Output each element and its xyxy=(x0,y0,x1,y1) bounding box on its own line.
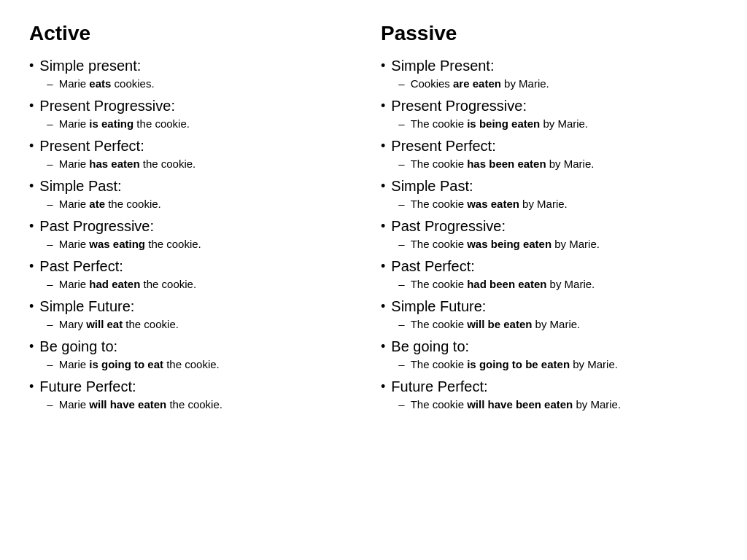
item-example: –Marie ate the cookie. xyxy=(39,196,160,211)
item-label: Be going to: xyxy=(39,336,219,357)
item-example: –Marie was eating the cookie. xyxy=(39,236,201,252)
list-item: •Simple Past:–Marie ate the cookie. xyxy=(29,176,366,211)
bullet-icon: • xyxy=(29,257,34,276)
dash-icon: – xyxy=(398,156,404,171)
item-content: Simple Future:–Mary will eat the cookie. xyxy=(39,296,179,332)
example-text: Marie is eating the cookie. xyxy=(59,116,190,131)
example-text: The cookie is going to be eaten by Marie… xyxy=(411,357,618,372)
bullet-icon: • xyxy=(381,338,385,356)
item-content: Past Progressive:–The cookie was being e… xyxy=(391,216,600,252)
bullet-icon: • xyxy=(29,177,34,195)
passive-list: •Simple Present:–Cookies are eaten by Ma… xyxy=(381,55,718,416)
dash-icon: – xyxy=(47,116,53,131)
bullet-icon: • xyxy=(29,378,34,396)
example-text: The cookie was eaten by Marie. xyxy=(411,196,568,211)
dash-icon: – xyxy=(398,236,404,252)
list-item: •Be going to:–The cookie is going to be … xyxy=(381,336,718,372)
dash-icon: – xyxy=(398,357,404,372)
bullet-icon: • xyxy=(29,137,34,155)
item-content: Future Perfect:–The cookie will have bee… xyxy=(391,376,621,412)
item-content: Be going to:–Marie is going to eat the c… xyxy=(39,336,219,372)
dash-icon: – xyxy=(47,357,53,372)
list-item: •Simple present:–Marie eats cookies. xyxy=(29,55,366,91)
list-item: •Past Perfect:–Marie had eaten the cooki… xyxy=(29,256,366,292)
example-text: The cookie was being eaten by Marie. xyxy=(411,236,600,252)
dash-icon: – xyxy=(398,397,404,412)
item-label: Present Progressive: xyxy=(391,96,588,116)
bullet-icon: • xyxy=(381,137,385,155)
bullet-icon: • xyxy=(381,257,385,276)
item-label: Simple Future: xyxy=(39,296,179,316)
example-text: The cookie had been eaten by Marie. xyxy=(411,276,595,292)
list-item: •Future Perfect:–The cookie will have be… xyxy=(381,376,718,412)
list-item: •Simple Future:–Mary will eat the cookie… xyxy=(29,296,366,332)
item-example: –The cookie was eaten by Marie. xyxy=(391,196,567,211)
item-example: –Marie is going to eat the cookie. xyxy=(39,357,219,372)
item-label: Simple Future: xyxy=(391,296,580,316)
list-item: •Present Progressive:–The cookie is bein… xyxy=(381,96,718,131)
item-example: –Marie has eaten the cookie. xyxy=(39,156,196,171)
bullet-icon: • xyxy=(29,97,34,115)
item-example: –The cookie had been eaten by Marie. xyxy=(391,276,595,292)
bullet-icon: • xyxy=(29,217,34,236)
item-label: Be going to: xyxy=(391,336,618,357)
dash-icon: – xyxy=(47,236,53,252)
item-content: Simple present:–Marie eats cookies. xyxy=(39,55,154,91)
bullet-icon: • xyxy=(381,298,385,316)
item-label: Present Progressive: xyxy=(39,96,190,116)
active-title: Active xyxy=(29,22,366,45)
list-item: •Past Progressive:–Marie was eating the … xyxy=(29,216,366,252)
example-text: Cookies are eaten by Marie. xyxy=(411,76,549,91)
bullet-icon: • xyxy=(29,57,34,75)
item-label: Simple Past: xyxy=(391,176,567,196)
item-content: Past Progressive:–Marie was eating the c… xyxy=(39,216,201,252)
dash-icon: – xyxy=(47,156,53,171)
bullet-icon: • xyxy=(381,57,385,75)
dash-icon: – xyxy=(47,397,53,412)
item-content: Simple Past:–Marie ate the cookie. xyxy=(39,176,160,211)
item-label: Present Perfect: xyxy=(391,136,594,156)
item-example: –The cookie will be eaten by Marie. xyxy=(391,316,580,332)
dash-icon: – xyxy=(47,196,53,211)
item-content: Past Perfect:–Marie had eaten the cookie… xyxy=(39,256,196,292)
item-label: Past Perfect: xyxy=(391,256,595,276)
example-text: Mary will eat the cookie. xyxy=(59,316,179,332)
bullet-icon: • xyxy=(381,217,385,236)
bullet-icon: • xyxy=(29,338,34,356)
item-content: Present Perfect:–The cookie has been eat… xyxy=(391,136,594,171)
dash-icon: – xyxy=(47,276,53,292)
item-example: –Marie is eating the cookie. xyxy=(39,116,190,131)
dash-icon: – xyxy=(47,316,53,332)
example-text: The cookie is being eaten by Marie. xyxy=(411,116,588,131)
item-content: Simple Present:–Cookies are eaten by Mar… xyxy=(391,55,549,91)
example-text: Marie will have eaten the cookie. xyxy=(59,397,222,412)
item-content: Simple Future:–The cookie will be eaten … xyxy=(391,296,580,332)
item-example: –The cookie will have been eaten by Mari… xyxy=(391,397,621,412)
example-text: Marie eats cookies. xyxy=(59,76,155,91)
item-label: Past Progressive: xyxy=(39,216,201,236)
list-item: •Past Perfect:–The cookie had been eaten… xyxy=(381,256,718,292)
example-text: The cookie will be eaten by Marie. xyxy=(411,316,581,332)
bullet-icon: • xyxy=(29,298,34,316)
item-label: Past Progressive: xyxy=(391,216,600,236)
item-example: –Marie had eaten the cookie. xyxy=(39,276,196,292)
bullet-icon: • xyxy=(381,97,385,115)
item-label: Simple Past: xyxy=(39,176,160,196)
main-container: Active •Simple present:–Marie eats cooki… xyxy=(0,0,747,560)
bullet-icon: • xyxy=(381,177,385,195)
active-list: •Simple present:–Marie eats cookies.•Pre… xyxy=(29,55,366,416)
item-content: Present Perfect:–Marie has eaten the coo… xyxy=(39,136,196,171)
dash-icon: – xyxy=(398,76,404,91)
example-text: The cookie will have been eaten by Marie… xyxy=(411,397,621,412)
bullet-icon: • xyxy=(381,378,385,396)
example-text: The cookie has been eaten by Marie. xyxy=(411,156,595,171)
example-text: Marie is going to eat the cookie. xyxy=(59,357,220,372)
dash-icon: – xyxy=(398,316,404,332)
item-example: –Cookies are eaten by Marie. xyxy=(391,76,549,91)
dash-icon: – xyxy=(47,76,53,91)
list-item: •Simple Present:–Cookies are eaten by Ma… xyxy=(381,55,718,91)
example-text: Marie ate the cookie. xyxy=(59,196,161,211)
item-example: –Marie eats cookies. xyxy=(39,76,154,91)
list-item: •Present Progressive:–Marie is eating th… xyxy=(29,96,366,131)
item-label: Present Perfect: xyxy=(39,136,196,156)
